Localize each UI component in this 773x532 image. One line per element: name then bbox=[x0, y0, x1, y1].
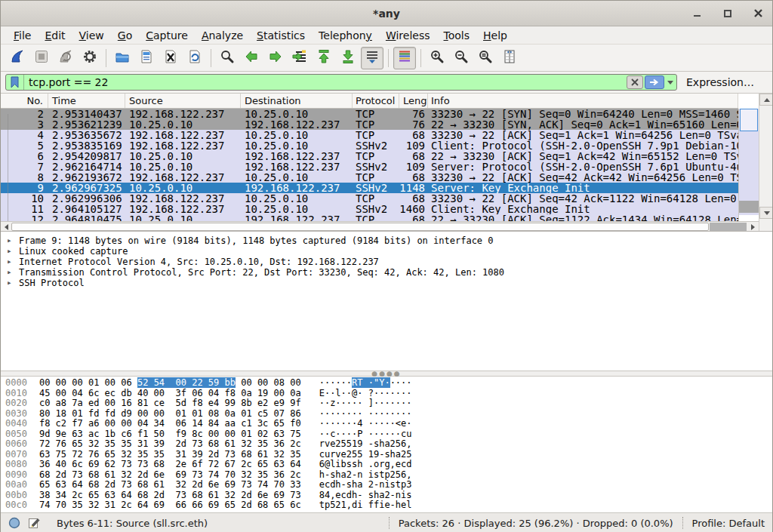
hex-row-0020[interactable]: 0020c0 a8 7a ed 00 16 81 ce 5d f8 e4 99 … bbox=[5, 398, 772, 409]
hex-row-0040[interactable]: 0040f8 c2 f7 a6 00 00 04 34 06 14 84 aa … bbox=[5, 419, 772, 429]
pane-splitter[interactable]: ●●●● bbox=[1, 371, 772, 377]
expand-arrow-icon[interactable]: ▸ bbox=[7, 278, 19, 288]
hex-row-0080[interactable]: 008036 40 6c 69 62 73 73 68 2e 6f 72 67 … bbox=[5, 460, 772, 470]
hex-bytes[interactable]: 36 40 6c 69 62 73 73 68 2e 6f 72 67 2c 6… bbox=[39, 459, 301, 469]
hex-bytes[interactable]: 38 34 2c 65 63 64 68 2d 73 68 61 32 2d 6… bbox=[39, 490, 301, 500]
add-filter-button[interactable]: + bbox=[769, 75, 773, 90]
ascii-bytes[interactable]: 6@libssh .org,ecd bbox=[319, 459, 412, 469]
status-separator[interactable] bbox=[389, 517, 390, 529]
scroll-right-button[interactable] bbox=[747, 222, 759, 232]
ascii-bytes[interactable]: ······RT ·"Y····· bbox=[319, 377, 412, 388]
detail-line-2[interactable]: ▸Internet Protocol Version 4, Src: 10.25… bbox=[1, 257, 772, 267]
packet-row-4[interactable]: 42.953635672192.168.122.23710.25.0.10TCP… bbox=[1, 130, 738, 140]
menu-help[interactable]: Help bbox=[476, 27, 514, 44]
go-forward-button[interactable] bbox=[264, 47, 287, 69]
expert-info-button[interactable] bbox=[8, 517, 20, 529]
hex-row-0010[interactable]: 001045 00 04 6c ec db 40 00 3f 06 04 f8 … bbox=[5, 389, 772, 399]
ascii-bytes[interactable]: h-sha2-n istp256, bbox=[319, 469, 412, 480]
expression-button[interactable]: Expression… bbox=[686, 76, 754, 88]
ascii-bytes[interactable]: 84,ecdh- sha2-nis bbox=[319, 490, 412, 500]
hex-bytes[interactable]: 68 2d 73 68 61 32 2d 6e 69 73 74 70 32 3… bbox=[39, 469, 301, 480]
filter-history-dropdown[interactable] bbox=[664, 75, 676, 89]
detail-line-1[interactable]: ▸Linux cooked capture bbox=[1, 246, 772, 257]
menu-statistics[interactable]: Statistics bbox=[250, 27, 312, 44]
column-header-no[interactable]: No. bbox=[1, 94, 48, 108]
hex-bytes[interactable]: 65 63 64 68 2d 73 68 61 32 2d 6e 69 73 7… bbox=[39, 479, 301, 490]
go-back-button[interactable] bbox=[240, 47, 263, 69]
restart-capture-button[interactable] bbox=[54, 47, 77, 69]
column-header-destination[interactable]: Destination bbox=[241, 94, 353, 108]
menu-tools[interactable]: Tools bbox=[437, 27, 477, 44]
ascii-bytes[interactable]: ·······4 ·····<e· bbox=[319, 418, 412, 429]
open-file-button[interactable] bbox=[111, 47, 134, 69]
scroll-up-button[interactable] bbox=[759, 94, 772, 106]
hex-row-00a0[interactable]: 00a065 63 64 68 2d 73 68 61 32 2d 6e 69 … bbox=[5, 480, 772, 490]
colorize-button[interactable] bbox=[393, 47, 416, 69]
hex-row-0000[interactable]: 000000 00 00 01 00 06 52 54 00 22 59 bb … bbox=[5, 378, 772, 389]
expand-arrow-icon[interactable]: ▸ bbox=[7, 257, 19, 267]
minimize-button[interactable] bbox=[688, 5, 707, 23]
hex-bytes[interactable]: c0 a8 7a ed 00 16 81 ce 5d f8 e4 99 8b e… bbox=[39, 398, 301, 408]
capture-comment-button[interactable] bbox=[28, 517, 40, 529]
menu-capture[interactable]: Capture bbox=[139, 27, 195, 44]
zoom-original-button[interactable] bbox=[474, 47, 497, 69]
zoom-out-button[interactable] bbox=[450, 47, 473, 69]
capture-options-button[interactable] bbox=[79, 47, 101, 69]
close-file-button[interactable] bbox=[159, 47, 182, 69]
filter-bookmark-icon[interactable] bbox=[6, 75, 24, 90]
hex-bytes[interactable]: 80 18 01 fd fd d9 00 00 01 01 08 0a 01 c… bbox=[39, 408, 301, 419]
hex-row-0060[interactable]: 006072 76 65 32 35 35 31 39 2d 73 68 61 … bbox=[5, 439, 772, 450]
expand-arrow-icon[interactable]: ▸ bbox=[7, 246, 19, 257]
display-filter-input[interactable]: tcp.port == 22 bbox=[5, 74, 677, 91]
scroll-left-button[interactable] bbox=[1, 222, 11, 232]
ascii-bytes[interactable]: ··c····P ······cu bbox=[319, 429, 412, 439]
detail-line-3[interactable]: ▸Transmission Control Protocol, Src Port… bbox=[1, 267, 772, 278]
packet-row-10[interactable]: 102.962996306192.168.122.23710.25.0.10TC… bbox=[1, 193, 738, 204]
find-packet-button[interactable] bbox=[216, 47, 239, 69]
ascii-bytes[interactable]: E··l··@· ?······· bbox=[319, 388, 412, 398]
hex-bytes[interactable]: 00 00 00 01 00 06 52 54 00 22 59 bb 00 0… bbox=[39, 377, 301, 388]
resize-columns-button[interactable] bbox=[498, 47, 521, 69]
packet-row-9-selected[interactable]: 92.96296732510.25.0.10192.168.122.237SSH… bbox=[1, 183, 738, 193]
packet-row-12[interactable]: 122.96481047510.25.0.10192.168.122.237TC… bbox=[1, 214, 738, 221]
stop-capture-button[interactable] bbox=[30, 47, 53, 69]
go-first-button[interactable] bbox=[313, 47, 335, 69]
packet-row-7[interactable]: 72.96216471410.25.0.10192.168.122.237SSH… bbox=[1, 161, 738, 172]
status-separator[interactable] bbox=[682, 517, 683, 529]
hex-row-0030[interactable]: 003080 18 01 fd fd d9 00 00 01 01 08 0a … bbox=[5, 409, 772, 420]
hex-row-0090[interactable]: 009068 2d 73 68 61 32 2d 6e 69 73 74 70 … bbox=[5, 470, 772, 481]
hex-bytes[interactable]: 9d 9e 63 ac 1b c6 f1 50 f9 8c 00 00 01 0… bbox=[39, 429, 301, 439]
menu-edit[interactable]: Edit bbox=[38, 27, 72, 44]
vertical-scrollbar[interactable] bbox=[759, 94, 772, 232]
start-capture-button[interactable] bbox=[6, 47, 29, 69]
packet-row-3[interactable]: 32.95362123910.25.0.10192.168.122.237TCP… bbox=[1, 119, 738, 130]
ascii-bytes[interactable]: ········ ········ bbox=[319, 408, 412, 419]
horizontal-scrollbar[interactable] bbox=[1, 221, 759, 232]
column-header-length[interactable]: Length bbox=[399, 94, 428, 108]
packet-row-11[interactable]: 112.964105127192.168.122.23710.25.0.10SS… bbox=[1, 204, 738, 214]
go-last-button[interactable] bbox=[337, 47, 359, 69]
hex-row-00c0[interactable]: 00c074 70 35 32 31 2c 64 69 66 66 69 65 … bbox=[5, 500, 772, 511]
column-header-source[interactable]: Source bbox=[125, 94, 241, 108]
detail-line-4[interactable]: ▸SSH Protocol bbox=[1, 278, 772, 288]
close-button[interactable] bbox=[748, 5, 768, 23]
hex-row-0050[interactable]: 00509d 9e 63 ac 1b c6 f1 50 f9 8c 00 00 … bbox=[5, 429, 772, 440]
menu-view[interactable]: View bbox=[72, 27, 111, 44]
ascii-bytes[interactable]: ··z····· ]······· bbox=[319, 398, 412, 408]
detail-line-0[interactable]: ▸Frame 9: 1148 bytes on wire (9184 bits)… bbox=[1, 235, 772, 246]
column-header-protocol[interactable]: Protocol bbox=[353, 94, 399, 108]
menu-telephony[interactable]: Telephony bbox=[312, 27, 379, 44]
filter-clear-button[interactable] bbox=[627, 75, 643, 89]
maximize-button[interactable] bbox=[718, 5, 738, 23]
zoom-in-button[interactable] bbox=[426, 47, 448, 69]
hex-bytes[interactable]: 45 00 04 6c ec db 40 00 3f 06 04 f8 0a 1… bbox=[39, 388, 301, 398]
menu-wireless[interactable]: Wireless bbox=[379, 27, 437, 44]
menu-file[interactable]: File bbox=[7, 27, 38, 44]
hex-row-0070[interactable]: 007063 75 72 76 65 32 35 35 31 39 2d 73 … bbox=[5, 450, 772, 460]
expand-arrow-icon[interactable]: ▸ bbox=[7, 267, 19, 278]
packet-row-5[interactable]: 52.953835169192.168.122.23710.25.0.10SSH… bbox=[1, 140, 738, 151]
expand-arrow-icon[interactable]: ▸ bbox=[7, 235, 19, 246]
titlebar[interactable]: *any bbox=[1, 1, 772, 26]
filter-apply-button[interactable] bbox=[645, 75, 664, 89]
packet-row-8[interactable]: 82.962193672192.168.122.23710.25.0.10TCP… bbox=[1, 172, 738, 183]
